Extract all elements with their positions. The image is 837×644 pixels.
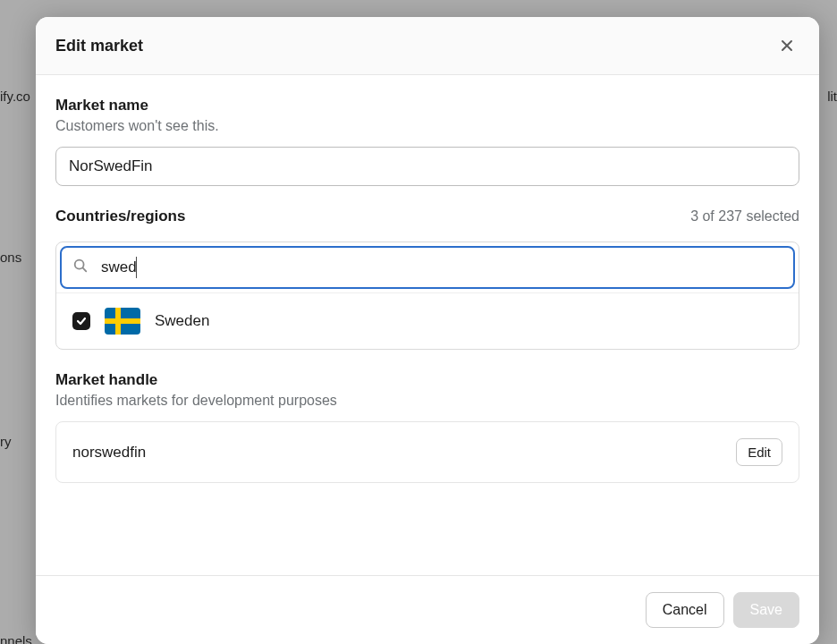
- market-name-input[interactable]: [55, 147, 799, 186]
- country-option-sweden[interactable]: Sweden: [56, 292, 799, 349]
- flag-icon: [105, 308, 140, 335]
- countries-section: Countries/regions 3 of 237 selected Sw: [55, 208, 799, 350]
- countries-search-input[interactable]: [60, 246, 795, 289]
- market-handle-box: norswedfin Edit: [55, 421, 799, 483]
- country-option-label: Sweden: [155, 312, 209, 330]
- market-handle-help: Identifies markets for development purpo…: [55, 393, 799, 409]
- countries-selected-count: 3 of 237 selected: [690, 208, 799, 225]
- market-name-help: Customers won't see this.: [55, 118, 799, 134]
- market-name-label: Market name: [55, 97, 799, 114]
- modal-title: Edit market: [55, 37, 143, 55]
- cancel-button[interactable]: Cancel: [646, 592, 724, 628]
- countries-listbox: Sweden: [55, 242, 799, 350]
- market-name-section: Market name Customers won't see this.: [55, 97, 799, 186]
- country-checkbox[interactable]: [72, 312, 90, 330]
- countries-label: Countries/regions: [55, 208, 185, 225]
- edit-market-modal: Edit market Market name Customers won't …: [36, 17, 819, 644]
- countries-header: Countries/regions 3 of 237 selected: [55, 208, 799, 229]
- check-icon: [76, 316, 87, 326]
- modal-body: Market name Customers won't see this. Co…: [36, 75, 819, 575]
- market-handle-label: Market handle: [55, 371, 799, 389]
- market-handle-value: norswedfin: [72, 444, 146, 462]
- modal-header: Edit market: [36, 17, 819, 75]
- countries-search-wrap: [60, 246, 795, 289]
- save-button[interactable]: Save: [733, 592, 799, 628]
- close-button[interactable]: [774, 33, 799, 58]
- market-handle-section: Market handle Identifies markets for dev…: [55, 371, 799, 483]
- close-icon: [778, 37, 796, 55]
- edit-handle-button[interactable]: Edit: [736, 438, 782, 466]
- modal-footer: Cancel Save: [36, 575, 819, 644]
